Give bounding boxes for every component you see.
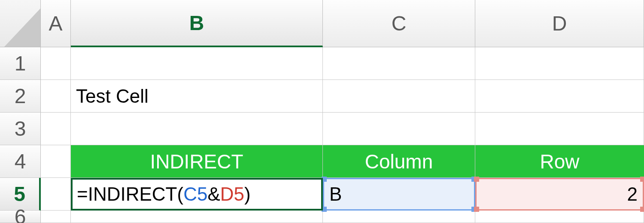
- row-header-3[interactable]: 3: [0, 113, 41, 145]
- cell-B6[interactable]: [71, 211, 323, 223]
- cell-C3[interactable]: [323, 113, 475, 145]
- row-header-label: 2: [15, 84, 26, 108]
- cell-D4[interactable]: Row: [475, 145, 644, 178]
- cell-A5[interactable]: [41, 178, 71, 211]
- cell-D3[interactable]: [475, 113, 644, 145]
- formula-ref-D5: D5: [220, 183, 244, 205]
- cell-C6[interactable]: [323, 211, 475, 223]
- cell-B2[interactable]: Test Cell: [71, 80, 323, 113]
- cell-C2[interactable]: [323, 80, 475, 113]
- row-header-label: 3: [15, 117, 26, 141]
- column-header-label: B: [189, 11, 204, 35]
- row-header-label: 5: [14, 182, 25, 206]
- column-header-B[interactable]: B: [71, 0, 323, 47]
- row-header-4[interactable]: 4: [0, 145, 41, 178]
- resize-handle-icon[interactable]: [640, 207, 644, 212]
- cell-A6[interactable]: [41, 211, 71, 223]
- cell-A2[interactable]: [41, 80, 71, 113]
- row-header-label: 4: [15, 150, 26, 173]
- row-header-2[interactable]: 2: [0, 80, 41, 113]
- column-header-D[interactable]: D: [475, 0, 644, 47]
- row-header-6[interactable]: 6: [0, 211, 41, 223]
- select-all-corner[interactable]: [0, 0, 41, 47]
- cell-A3[interactable]: [41, 113, 71, 145]
- spreadsheet-grid: A B C D 1 2 Test Cell 3 4 INDIRECT Colum…: [0, 0, 644, 223]
- column-header-A[interactable]: A: [41, 0, 71, 47]
- row-header-label: 6: [15, 205, 26, 223]
- cell-C5-ref-highlight[interactable]: B: [323, 178, 475, 211]
- cell-A4[interactable]: [41, 145, 71, 178]
- cell-B1[interactable]: [71, 47, 323, 80]
- row-header-1[interactable]: 1: [0, 47, 41, 80]
- cell-B4[interactable]: INDIRECT: [71, 145, 323, 178]
- cell-D1[interactable]: [475, 47, 644, 80]
- svg-marker-0: [4, 9, 40, 47]
- column-header-label: D: [552, 12, 567, 35]
- cell-C4[interactable]: Column: [323, 145, 475, 178]
- formula-prefix: =INDIRECT(: [77, 183, 183, 205]
- cell-value: 2: [627, 183, 638, 205]
- column-header-label: C: [392, 12, 407, 35]
- cell-D5-ref-highlight[interactable]: 2: [475, 178, 644, 211]
- formula-ampersand: &: [207, 183, 220, 205]
- cell-value: Row: [540, 150, 579, 173]
- formula-suffix: ): [244, 183, 251, 205]
- cell-value: Column: [365, 150, 433, 173]
- cell-C1[interactable]: [323, 47, 475, 80]
- row-header-label: 1: [15, 52, 26, 75]
- cell-A1[interactable]: [41, 47, 71, 80]
- resize-handle-icon[interactable]: [640, 177, 644, 182]
- cell-B5-editing[interactable]: =INDIRECT(C5&D5): [71, 178, 323, 211]
- cell-B3[interactable]: [71, 113, 323, 145]
- column-header-C[interactable]: C: [323, 0, 475, 47]
- cell-value: Test Cell: [76, 86, 149, 107]
- formula-ref-C5: C5: [183, 183, 207, 205]
- cell-D6[interactable]: [475, 211, 644, 223]
- column-header-label: A: [49, 12, 62, 35]
- resize-handle-icon[interactable]: [474, 207, 479, 212]
- resize-handle-icon[interactable]: [474, 177, 479, 182]
- cell-value: B: [329, 183, 342, 205]
- cell-value: INDIRECT: [150, 150, 243, 173]
- cell-D2[interactable]: [475, 80, 644, 113]
